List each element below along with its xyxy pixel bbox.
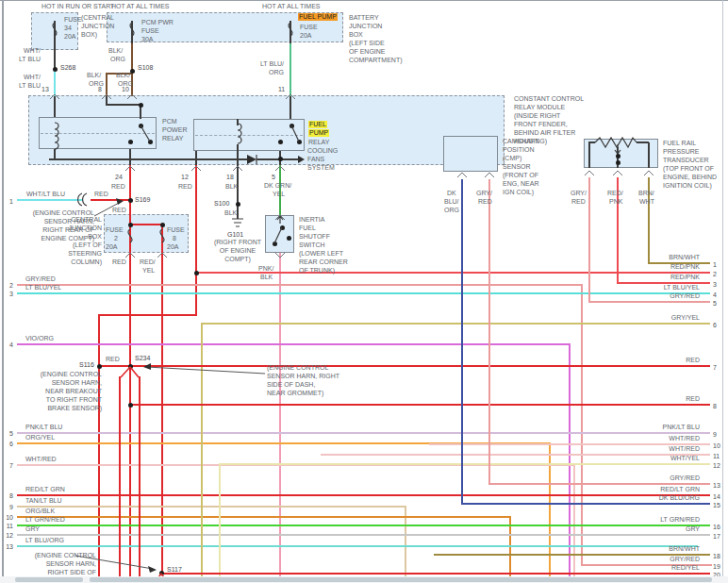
wire-label: 12 (181, 174, 189, 181)
left-pin-10: 10 (4, 514, 13, 521)
junction-dot (273, 242, 277, 246)
cjb-top-label: (CENTRALJUNCTIONBOX) (81, 13, 114, 39)
wire-label: RED/ (140, 258, 156, 266)
wire-label: RELAY (308, 139, 329, 146)
wire-label: DK GRN/ (264, 182, 291, 190)
wire-segment (237, 144, 239, 165)
right-pin-18: 18 (713, 553, 720, 559)
splice-label: S268 (60, 64, 75, 72)
wire-segment (237, 119, 239, 125)
g101-location-label: (RIGHT FRONTOF ENGINECOMPT) (206, 238, 270, 263)
wire-segment (106, 73, 108, 96)
wire-segment (17, 506, 405, 508)
left-pin-4: 4 (4, 341, 13, 348)
wire-segment (129, 404, 710, 406)
horizontal-scrollbar[interactable] (0, 576, 728, 583)
wire-segment (488, 179, 490, 485)
s116-note: (ENGINE CONTROLSENSOR HARN,NEAR BREAKOUT… (8, 370, 102, 412)
wire-segment (54, 68, 56, 96)
wire-label: 2 (114, 235, 118, 242)
right-pin-label: RED (568, 357, 700, 363)
junction-dot (290, 124, 294, 128)
wire-label: 10 (122, 86, 129, 93)
wire-label: ORG (110, 56, 125, 63)
right-pin-4: 4 (713, 292, 717, 298)
wire-segment (201, 323, 203, 583)
junction-dot (616, 160, 620, 165)
pcm-power-relay-label: PCMPOWERRELAY (162, 117, 187, 142)
fuse34-label: FUSE3420A (64, 15, 82, 41)
junction-dot (236, 202, 240, 207)
right-pin-label: WHT/RED (568, 445, 700, 452)
wire-segment (106, 104, 141, 106)
wire-segment (160, 573, 710, 575)
wire-segment (99, 314, 197, 316)
right-pin-6: 6 (713, 322, 717, 328)
junction-dot (160, 223, 165, 227)
right-pin-9: 9 (713, 431, 717, 438)
right-pin-10: 10 (713, 442, 720, 449)
wire-segment (17, 199, 83, 201)
wire-label: BLK/ (108, 47, 123, 55)
wire-label: RED (94, 191, 108, 198)
wire-label: PNK/ (258, 265, 273, 273)
wire-label: GRY/ (571, 190, 587, 197)
wire-segment (17, 534, 710, 536)
wire-segment (129, 165, 131, 583)
wire-segment (588, 142, 590, 168)
left-pin-label: GRY/RED (25, 275, 56, 282)
wire-label: 13 (41, 86, 49, 93)
wire-label: GRY/ (476, 190, 492, 197)
left-pin-label: ORG/BLK (25, 508, 55, 514)
scrollbar-thumb-main[interactable] (90, 577, 712, 582)
cmp-sensor-box (443, 136, 498, 172)
wire-label: BLK/ (87, 72, 101, 79)
junction-dot (278, 157, 283, 161)
splice-label: S117 (167, 566, 182, 574)
junction-dot (159, 571, 164, 575)
left-pin-1: 1 (4, 198, 13, 205)
wire-label: LT BLU (19, 82, 41, 90)
right-pin-11: 11 (713, 453, 720, 459)
wire-label: ORG (444, 207, 459, 214)
wire-segment (98, 365, 710, 367)
wiring-diagram: HOT IN RUN OR START HOT AT ALL TIMES HOT… (0, 0, 728, 583)
wire-segment (488, 483, 710, 485)
left-pin-label: RED/LT GRN (25, 486, 65, 492)
wire-segment (17, 343, 570, 345)
right-pin-label: GRY/RED (568, 475, 700, 481)
cmp-sensor-label: CAMSHAFTPOSITION(CMP)SENSOR(FRONT OFENG,… (503, 137, 539, 196)
wire-segment (54, 96, 56, 117)
wire-segment (131, 21, 133, 43)
right-pin-15: 15 (713, 502, 720, 508)
wire-label: LT BLU (19, 56, 41, 63)
left-pin-13: 13 (4, 543, 13, 550)
junction-dot (128, 198, 133, 203)
header-hot-at-all-times-2: HOT AT ALL TIMES (262, 3, 320, 10)
wire-label: PNK (609, 198, 622, 206)
wire-label: 20A (106, 243, 117, 251)
wire-label: 11 (278, 86, 285, 93)
wire-label: FUEL (308, 121, 327, 128)
right-pin-label: RED/LT GRN (568, 486, 700, 492)
junction-dot (53, 67, 58, 72)
left-pin-2: 2 (4, 282, 13, 289)
right-pin-label: LT GRN/RED (568, 516, 700, 523)
left-pin-7: 7 (4, 462, 13, 469)
wire-segment (91, 199, 130, 201)
wire-label: 8 (173, 235, 176, 242)
scrollbar-thumb-left[interactable] (15, 577, 83, 582)
ground-icon (232, 219, 243, 226)
wire-label: FUSE (167, 226, 185, 234)
right-pin-label: GRY/RED (568, 556, 700, 562)
connector-chevron (585, 171, 594, 175)
junction-dot (128, 364, 133, 369)
left-pin-label: LT GRN/RED (25, 516, 65, 523)
leader-arrowhead-3 (148, 566, 157, 573)
harness-note-1: (ENGINE CONTROLSENSOR HARN,RIGHT REAR OF… (2, 208, 94, 242)
wire-segment (290, 21, 291, 43)
header-hot-at-all-times-1: HOT AT ALL TIMES (111, 3, 169, 10)
right-pin-13: 13 (713, 482, 720, 489)
left-pin-label: PNK/LT BLU (25, 424, 62, 430)
right-pin-label: GRY (568, 525, 700, 532)
